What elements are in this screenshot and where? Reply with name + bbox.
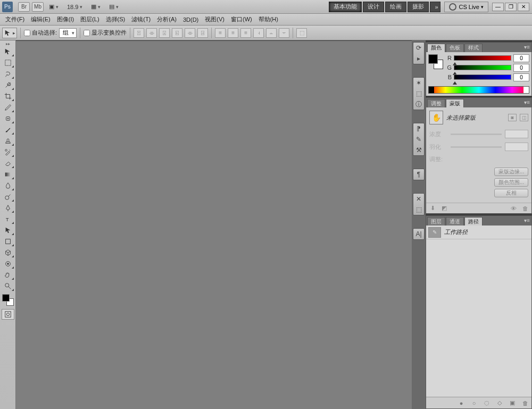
workspace-photography[interactable]: 摄影	[408, 2, 429, 12]
path-to-selection-icon[interactable]: ◌	[483, 399, 491, 407]
menu-file[interactable]: 文件(F)	[2, 14, 28, 24]
feather-slider[interactable]	[451, 146, 502, 148]
menu-3d[interactable]: 3D(D)	[180, 15, 202, 24]
distribute-left-icon[interactable]: ⫞	[253, 28, 264, 38]
align-right-icon[interactable]: ⍈	[197, 28, 208, 38]
swatches-panel-icon[interactable]: ⬚	[413, 204, 424, 215]
actions-panel-icon[interactable]: ▸	[413, 53, 424, 64]
move-tool[interactable]	[2, 46, 14, 57]
auto-align-icon[interactable]: ⬚	[296, 28, 307, 38]
align-bottom-icon[interactable]: ⍗	[159, 28, 170, 38]
move-tool-preset[interactable]	[2, 28, 17, 38]
path-name[interactable]: 工作路径	[444, 228, 468, 236]
character-styles-panel-icon[interactable]: A|	[413, 229, 424, 239]
healing-brush-tool[interactable]	[2, 113, 14, 124]
history-brush-tool[interactable]	[2, 147, 14, 157]
delete-mask-icon[interactable]: 🗑	[521, 205, 529, 212]
bridge-icon[interactable]: Br	[18, 2, 30, 12]
auto-select-target[interactable]: 组	[59, 28, 77, 38]
arrange-dropdown[interactable]: ▦	[89, 3, 103, 10]
clone-source-panel-icon[interactable]: ⬚	[413, 88, 424, 99]
workspace-painting[interactable]: 绘画	[385, 2, 406, 12]
eraser-tool[interactable]	[2, 158, 14, 169]
stroke-path-icon[interactable]: ○	[470, 399, 478, 407]
brush-presets-panel-icon[interactable]: ✎	[413, 134, 424, 145]
distribute-top-icon[interactable]: ≡	[215, 28, 226, 38]
path-row[interactable]: ✎ 工作路径	[426, 226, 531, 239]
lasso-tool[interactable]	[2, 69, 14, 79]
delete-path-icon[interactable]: 🗑	[521, 399, 529, 407]
quick-mask-toggle[interactable]	[2, 309, 14, 320]
fill-path-icon[interactable]: ●	[457, 399, 466, 407]
g-slider[interactable]	[454, 65, 511, 70]
distribute-bottom-icon[interactable]: ≡	[240, 28, 251, 38]
menu-analysis[interactable]: 分析(A)	[154, 14, 180, 24]
toolbox-handle[interactable]: ▸▸	[0, 41, 15, 46]
hand-tool[interactable]	[2, 270, 14, 280]
distribute-hcenter-icon[interactable]: ⫠	[266, 28, 277, 38]
menu-layer[interactable]: 图层(L)	[77, 14, 102, 24]
blur-tool[interactable]	[2, 180, 14, 191]
g-value[interactable]: 0	[513, 64, 529, 72]
path-selection-tool[interactable]	[2, 225, 14, 236]
menu-image[interactable]: 图像(I)	[54, 14, 77, 24]
paths-list[interactable]: ✎ 工作路径	[426, 226, 531, 397]
clone-stamp-tool[interactable]	[2, 136, 14, 146]
vector-mask-icon[interactable]: ◫	[520, 114, 528, 121]
foreground-color-swatch[interactable]	[2, 294, 10, 302]
density-slider[interactable]	[451, 133, 502, 135]
brush-panel-icon[interactable]: ✶	[413, 78, 424, 88]
foreground-background-color[interactable]	[2, 294, 14, 306]
panel-menu-icon[interactable]: ▾≡	[524, 44, 530, 50]
new-path-icon[interactable]: ▣	[508, 399, 517, 407]
navigator-panel-icon[interactable]: ✕	[413, 194, 424, 204]
panel-menu-icon[interactable]: ▾≡	[524, 99, 530, 105]
menu-window[interactable]: 窗口(W)	[228, 14, 255, 24]
cslive-button[interactable]: CS Live	[444, 2, 488, 12]
color-fg-bg-swatch[interactable]	[428, 54, 443, 69]
menu-help[interactable]: 帮助(H)	[255, 14, 281, 24]
align-left-icon[interactable]: ⍇	[172, 28, 182, 38]
dodge-tool[interactable]	[2, 191, 14, 202]
tab-channels[interactable]: 通道	[446, 217, 464, 226]
color-spectrum[interactable]	[428, 86, 529, 94]
density-value[interactable]	[505, 130, 528, 138]
3d-camera-tool[interactable]	[2, 258, 14, 269]
selection-to-path-icon[interactable]: ◇	[495, 399, 504, 407]
workspace-design[interactable]: 设计	[363, 2, 384, 12]
tool-presets-panel-icon[interactable]: ⚒	[413, 145, 424, 155]
mask-edge-button[interactable]: 蒙版边缘...	[494, 168, 528, 176]
align-vcenter-icon[interactable]: ⌯	[146, 28, 157, 38]
window-minimize[interactable]: —	[492, 3, 504, 11]
tab-masks[interactable]: 蒙版	[446, 99, 464, 107]
menu-edit[interactable]: 编辑(E)	[28, 14, 54, 24]
b-slider[interactable]	[454, 74, 511, 80]
magic-wand-tool[interactable]	[2, 80, 14, 90]
window-close[interactable]: ✕	[518, 3, 529, 11]
tab-swatches[interactable]: 色板	[446, 44, 464, 52]
history-panel-icon[interactable]: ⟳	[413, 43, 424, 53]
auto-select-input[interactable]	[24, 30, 30, 36]
gradient-tool[interactable]	[2, 169, 14, 180]
tab-color[interactable]: 颜色	[427, 44, 445, 52]
workspace-more[interactable]: »	[430, 2, 440, 12]
align-top-icon[interactable]: ⍐	[134, 28, 144, 38]
load-selection-icon[interactable]: ⬇	[428, 205, 437, 212]
type-tool[interactable]: T	[2, 214, 14, 224]
tab-layers[interactable]: 图层	[427, 217, 445, 226]
menu-view[interactable]: 视图(V)	[202, 14, 228, 24]
tab-adjustments[interactable]: 调整	[427, 99, 445, 107]
r-slider[interactable]	[454, 55, 511, 61]
window-restore[interactable]: ❐	[505, 3, 517, 11]
crop-tool[interactable]	[2, 91, 14, 102]
marquee-tool[interactable]	[2, 57, 14, 68]
screen-mode-dropdown[interactable]: ▣	[47, 3, 61, 10]
pixel-mask-icon[interactable]: ◙	[508, 114, 517, 121]
shape-tool[interactable]	[2, 236, 14, 247]
tab-styles[interactable]: 样式	[464, 44, 483, 52]
workspace-essentials[interactable]: 基本功能	[329, 2, 362, 12]
show-transform-checkbox[interactable]: 显示变换控件	[84, 29, 127, 37]
zoom-tool[interactable]	[2, 281, 14, 291]
menu-select[interactable]: 选择(S)	[103, 14, 129, 24]
r-value[interactable]: 0	[513, 54, 529, 62]
